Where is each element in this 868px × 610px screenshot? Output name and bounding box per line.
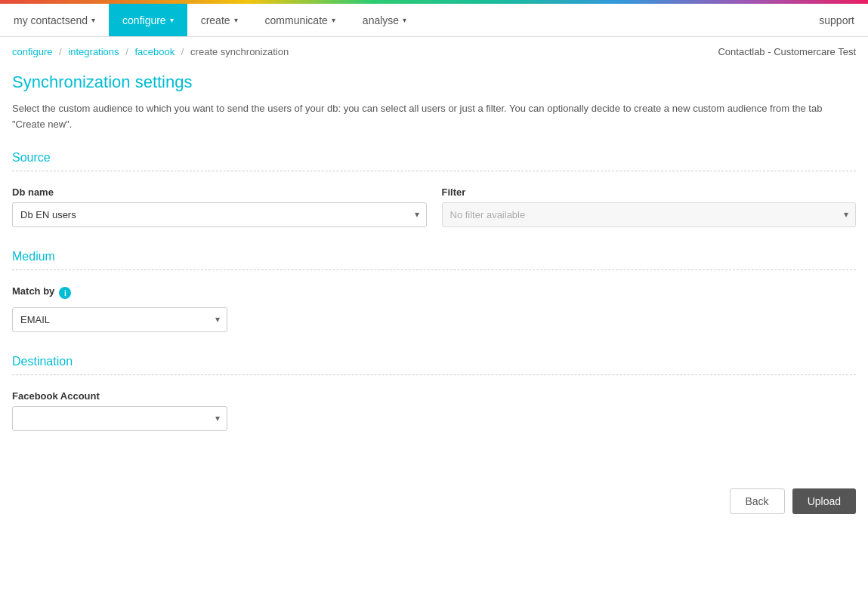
upload-button[interactable]: Upload xyxy=(792,488,856,514)
main-content: Synchronization settings Select the cust… xyxy=(0,72,868,461)
page-title: Synchronization settings xyxy=(12,72,856,92)
destination-section-title: Destination xyxy=(12,355,856,368)
facebook-account-label: Facebook Account xyxy=(12,390,227,402)
nav-analyse-label: analyse xyxy=(363,14,399,26)
filter-label: Filter xyxy=(442,186,857,198)
source-divider xyxy=(12,171,856,171)
breadcrumb-integrations[interactable]: integrations xyxy=(68,46,119,57)
nav-support-label: support xyxy=(819,14,854,26)
facebook-account-group: Facebook Account ▾ xyxy=(12,390,227,431)
nav-my-contactsend[interactable]: my contactsend ▾ xyxy=(0,4,109,36)
nav-create[interactable]: create ▾ xyxy=(187,4,252,36)
nav-communicate-label: communicate xyxy=(265,14,328,26)
nav-analyse[interactable]: analyse ▾ xyxy=(349,4,420,36)
match-by-select[interactable]: EMAILPHONENAME xyxy=(12,307,227,332)
db-name-label: Db name xyxy=(12,186,427,198)
nav-create-arrow: ▾ xyxy=(234,16,238,24)
footer-buttons: Back Upload xyxy=(0,476,868,526)
nav-configure[interactable]: configure ▾ xyxy=(109,4,187,36)
filter-select-wrapper: No filter available ▾ xyxy=(442,202,857,227)
db-name-select-wrapper: Db EN users ▾ xyxy=(12,202,427,227)
filter-select[interactable]: No filter available xyxy=(442,202,857,227)
nav-configure-arrow: ▾ xyxy=(170,16,174,24)
nav-analyse-arrow: ▾ xyxy=(403,16,406,24)
destination-divider xyxy=(12,374,856,375)
source-form-row: Db name Db EN users ▾ Filter No filter a… xyxy=(12,186,856,227)
breadcrumb-current: create synchronization xyxy=(190,46,289,57)
back-button[interactable]: Back xyxy=(730,488,785,514)
breadcrumb-sep-3: / xyxy=(181,46,184,57)
facebook-account-select[interactable] xyxy=(12,406,227,431)
nav-configure-label: configure xyxy=(122,14,166,26)
breadcrumb-bar: configure / integrations / facebook / cr… xyxy=(0,37,868,66)
nav-my-contactsend-label: my contactsend xyxy=(14,14,88,26)
medium-divider xyxy=(12,270,856,270)
medium-section-title: Medium xyxy=(12,250,856,263)
breadcrumb-facebook[interactable]: facebook xyxy=(134,46,175,57)
top-nav: my contactsend ▾ configure ▾ create ▾ co… xyxy=(0,4,868,37)
db-name-select[interactable]: Db EN users xyxy=(12,202,427,227)
tenant-label: Contactlab - Customercare Test xyxy=(718,46,856,57)
nav-create-label: create xyxy=(201,14,230,26)
page-description: Select the custom audience to which you … xyxy=(12,101,856,133)
facebook-account-select-wrapper: ▾ xyxy=(12,406,227,431)
nav-communicate-arrow: ▾ xyxy=(332,16,335,24)
breadcrumb-sep-1: / xyxy=(59,46,62,57)
breadcrumb-sep-2: / xyxy=(125,46,128,57)
breadcrumb-configure[interactable]: configure xyxy=(12,46,52,57)
nav-communicate[interactable]: communicate ▾ xyxy=(252,4,349,36)
source-section-title: Source xyxy=(12,151,856,165)
match-by-select-wrapper: EMAILPHONENAME ▾ xyxy=(12,307,227,332)
breadcrumb: configure / integrations / facebook / cr… xyxy=(12,46,289,57)
filter-group: Filter No filter available ▾ xyxy=(442,186,857,227)
match-by-label-row: Match by i xyxy=(12,285,856,301)
db-name-group: Db name Db EN users ▾ xyxy=(12,186,427,227)
nav-support: support xyxy=(805,4,868,36)
match-by-label: Match by xyxy=(12,285,54,297)
match-by-info-icon[interactable]: i xyxy=(59,287,71,299)
nav-my-contactsend-arrow: ▾ xyxy=(91,16,95,24)
